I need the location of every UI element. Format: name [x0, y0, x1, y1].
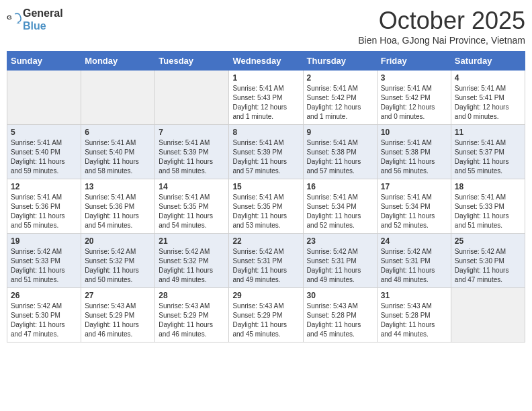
calendar-cell: 19Sunrise: 5:42 AMSunset: 5:33 PMDayligh…	[7, 234, 81, 288]
day-number: 5	[11, 128, 77, 137]
calendar-cell: 2Sunrise: 5:41 AMSunset: 5:42 PMDaylight…	[303, 71, 377, 125]
day-number: 19	[11, 236, 77, 246]
day-info: Sunrise: 5:41 AMSunset: 5:35 PMDaylight:…	[159, 193, 225, 230]
day-number: 31	[381, 291, 447, 300]
day-number: 14	[159, 182, 225, 191]
calendar-cell: 5Sunrise: 5:41 AMSunset: 5:40 PMDaylight…	[7, 125, 81, 179]
day-number: 7	[159, 128, 225, 137]
day-number: 9	[307, 128, 373, 137]
day-info: Sunrise: 5:41 AMSunset: 5:36 PMDaylight:…	[85, 193, 151, 230]
day-info: Sunrise: 5:42 AMSunset: 5:31 PMDaylight:…	[232, 247, 299, 285]
calendar-cell: 20Sunrise: 5:42 AMSunset: 5:32 PMDayligh…	[81, 234, 155, 288]
day-info: Sunrise: 5:41 AMSunset: 5:35 PMDaylight:…	[232, 193, 299, 230]
calendar-cell: 9Sunrise: 5:41 AMSunset: 5:38 PMDaylight…	[303, 125, 377, 179]
day-info: Sunrise: 5:41 AMSunset: 5:40 PMDaylight:…	[11, 138, 77, 176]
day-number: 27	[85, 291, 151, 300]
day-number: 23	[307, 236, 373, 246]
day-number: 18	[455, 182, 521, 191]
day-info: Sunrise: 5:42 AMSunset: 5:32 PMDaylight:…	[159, 247, 225, 285]
header-row: SundayMondayTuesdayWednesdayThursdayFrid…	[7, 52, 525, 71]
header-monday: Monday	[81, 52, 155, 71]
calendar-cell	[7, 71, 81, 125]
calendar-cell: 25Sunrise: 5:42 AMSunset: 5:30 PMDayligh…	[451, 234, 525, 288]
header-tuesday: Tuesday	[155, 52, 229, 71]
calendar-cell: 8Sunrise: 5:41 AMSunset: 5:39 PMDaylight…	[229, 125, 303, 179]
day-number: 25	[455, 236, 521, 246]
logo: G General Blue	[7, 7, 63, 32]
calendar-cell: 12Sunrise: 5:41 AMSunset: 5:36 PMDayligh…	[7, 179, 81, 234]
calendar-subtitle: Bien Hoa, GJong Nai Province, Vietnam	[358, 35, 525, 46]
logo-icon: G	[7, 12, 21, 27]
calendar-cell: 11Sunrise: 5:41 AMSunset: 5:37 PMDayligh…	[451, 125, 525, 179]
svg-text:G: G	[7, 13, 12, 21]
logo-line2: Blue	[23, 19, 63, 32]
day-number: 3	[381, 73, 447, 83]
day-number: 16	[307, 182, 373, 191]
day-info: Sunrise: 5:42 AMSunset: 5:32 PMDaylight:…	[85, 247, 151, 285]
day-info: Sunrise: 5:41 AMSunset: 5:39 PMDaylight:…	[232, 138, 299, 176]
day-number: 26	[11, 291, 77, 300]
day-info: Sunrise: 5:41 AMSunset: 5:36 PMDaylight:…	[11, 193, 77, 230]
day-info: Sunrise: 5:42 AMSunset: 5:30 PMDaylight:…	[11, 302, 77, 339]
calendar-cell: 4Sunrise: 5:41 AMSunset: 5:41 PMDaylight…	[451, 71, 525, 125]
day-info: Sunrise: 5:43 AMSunset: 5:29 PMDaylight:…	[85, 302, 151, 339]
day-number: 13	[85, 182, 151, 191]
calendar-cell: 6Sunrise: 5:41 AMSunset: 5:40 PMDaylight…	[81, 125, 155, 179]
calendar-cell: 28Sunrise: 5:43 AMSunset: 5:29 PMDayligh…	[155, 288, 229, 342]
header-sunday: Sunday	[7, 52, 81, 71]
logo-line1: General	[23, 7, 63, 19]
day-info: Sunrise: 5:41 AMSunset: 5:37 PMDaylight:…	[455, 138, 521, 176]
calendar-cell: 22Sunrise: 5:42 AMSunset: 5:31 PMDayligh…	[229, 234, 303, 288]
day-number: 21	[159, 236, 225, 246]
week-row-1: 1Sunrise: 5:41 AMSunset: 5:43 PMDaylight…	[7, 71, 525, 125]
calendar-cell	[81, 71, 155, 125]
week-row-4: 19Sunrise: 5:42 AMSunset: 5:33 PMDayligh…	[7, 234, 525, 288]
calendar-cell: 23Sunrise: 5:42 AMSunset: 5:31 PMDayligh…	[303, 234, 377, 288]
calendar-cell: 10Sunrise: 5:41 AMSunset: 5:38 PMDayligh…	[377, 125, 451, 179]
week-row-3: 12Sunrise: 5:41 AMSunset: 5:36 PMDayligh…	[7, 179, 525, 234]
calendar-cell	[451, 288, 525, 342]
day-number: 1	[232, 73, 299, 83]
calendar-cell: 30Sunrise: 5:43 AMSunset: 5:28 PMDayligh…	[303, 288, 377, 342]
day-info: Sunrise: 5:41 AMSunset: 5:42 PMDaylight:…	[381, 84, 447, 122]
day-info: Sunrise: 5:41 AMSunset: 5:38 PMDaylight:…	[381, 138, 447, 176]
day-number: 28	[159, 291, 225, 300]
calendar-title: October 2025	[358, 7, 525, 35]
calendar-cell: 24Sunrise: 5:42 AMSunset: 5:31 PMDayligh…	[377, 234, 451, 288]
week-row-2: 5Sunrise: 5:41 AMSunset: 5:40 PMDaylight…	[7, 125, 525, 179]
header-thursday: Thursday	[303, 52, 377, 71]
day-number: 29	[232, 291, 299, 300]
calendar-cell	[155, 71, 229, 125]
day-number: 4	[455, 73, 521, 83]
day-info: Sunrise: 5:41 AMSunset: 5:34 PMDaylight:…	[381, 193, 447, 230]
day-number: 20	[85, 236, 151, 246]
day-info: Sunrise: 5:42 AMSunset: 5:31 PMDaylight:…	[307, 247, 373, 285]
day-info: Sunrise: 5:43 AMSunset: 5:28 PMDaylight:…	[381, 302, 447, 339]
calendar-cell: 7Sunrise: 5:41 AMSunset: 5:39 PMDaylight…	[155, 125, 229, 179]
calendar-cell: 17Sunrise: 5:41 AMSunset: 5:34 PMDayligh…	[377, 179, 451, 234]
day-info: Sunrise: 5:41 AMSunset: 5:43 PMDaylight:…	[232, 84, 299, 122]
page-header: G General Blue October 2025 Bien Hoa, GJ…	[7, 7, 525, 46]
week-row-5: 26Sunrise: 5:42 AMSunset: 5:30 PMDayligh…	[7, 288, 525, 342]
day-info: Sunrise: 5:41 AMSunset: 5:34 PMDaylight:…	[307, 193, 373, 230]
day-number: 24	[381, 236, 447, 246]
day-number: 12	[11, 182, 77, 191]
calendar-table: SundayMondayTuesdayWednesdayThursdayFrid…	[7, 51, 525, 342]
day-number: 30	[307, 291, 373, 300]
day-info: Sunrise: 5:42 AMSunset: 5:30 PMDaylight:…	[455, 247, 521, 285]
day-info: Sunrise: 5:42 AMSunset: 5:33 PMDaylight:…	[11, 247, 77, 285]
day-info: Sunrise: 5:41 AMSunset: 5:42 PMDaylight:…	[307, 84, 373, 122]
calendar-cell: 21Sunrise: 5:42 AMSunset: 5:32 PMDayligh…	[155, 234, 229, 288]
day-number: 22	[232, 236, 299, 246]
day-number: 2	[307, 73, 373, 83]
day-info: Sunrise: 5:43 AMSunset: 5:29 PMDaylight:…	[232, 302, 299, 339]
calendar-cell: 18Sunrise: 5:41 AMSunset: 5:33 PMDayligh…	[451, 179, 525, 234]
header-saturday: Saturday	[451, 52, 525, 71]
calendar-cell: 29Sunrise: 5:43 AMSunset: 5:29 PMDayligh…	[229, 288, 303, 342]
calendar-cell: 31Sunrise: 5:43 AMSunset: 5:28 PMDayligh…	[377, 288, 451, 342]
day-number: 17	[381, 182, 447, 191]
calendar-cell: 3Sunrise: 5:41 AMSunset: 5:42 PMDaylight…	[377, 71, 451, 125]
calendar-cell: 27Sunrise: 5:43 AMSunset: 5:29 PMDayligh…	[81, 288, 155, 342]
calendar-cell: 15Sunrise: 5:41 AMSunset: 5:35 PMDayligh…	[229, 179, 303, 234]
day-number: 15	[232, 182, 299, 191]
